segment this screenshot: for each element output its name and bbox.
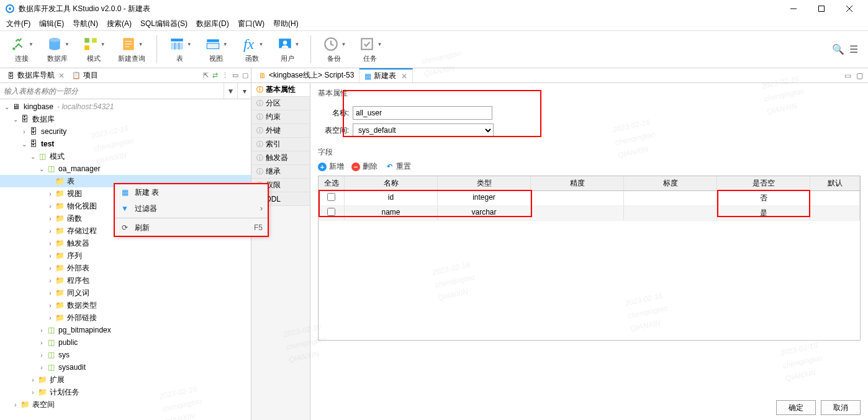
row-checkbox[interactable] [327,193,335,201]
tree-foreign-tables[interactable]: ›📁外部表 [0,262,251,274]
filter-button[interactable]: ▼ [224,83,237,99]
prop-tab-trigger[interactable]: ⓘ触发器 [251,151,310,165]
close-button[interactable] [835,0,863,17]
folder-icon: 📁 [55,189,65,199]
menu-help[interactable]: 帮助(H) [269,17,302,30]
tool-backup[interactable]: ▼备份 [317,34,351,65]
minimize-editor-icon[interactable]: ▭ [844,71,851,80]
tool-connect[interactable]: ▼连接 [5,34,38,65]
tab-script[interactable]: 🗎<kingbase线上> Script-53 [254,68,359,83]
col-nullable[interactable]: 是否空 [717,176,810,190]
prop-tab-inherit[interactable]: ⓘ继承 [251,165,310,179]
tool-user[interactable]: ▼用户 [271,34,305,65]
tree-schema-sysaudit[interactable]: ›◫sysaudit [0,361,251,373]
query-icon [120,35,137,53]
cm-new-table[interactable]: ▦新建 表 [115,184,268,200]
select-tablespace[interactable]: sys_default [353,123,494,137]
tab-new-table[interactable]: ▦新建表✕ [359,68,413,83]
folder-icon: 📁 [55,251,65,261]
tree-synonyms[interactable]: ›📁同义词 [0,287,251,299]
info-icon: ⓘ [256,167,263,176]
folder-icon: 📁 [55,288,65,298]
maximize-editor-icon[interactable]: ▢ [856,71,863,80]
tree-packages[interactable]: ›📁程序包 [0,274,251,287]
menu-window[interactable]: 窗口(W) [234,17,268,30]
col-precision[interactable]: 精度 [531,176,624,190]
filter-dropdown[interactable]: ▾ [237,83,251,99]
btn-add-field[interactable]: +新增 [318,161,344,172]
tree-schema-pgbitmap[interactable]: ›◫pg_bitmapindex [0,324,251,336]
tree-foreign-links[interactable]: ›📁外部链接 [0,311,251,324]
col-scale[interactable]: 标度 [624,176,717,190]
menu-database[interactable]: 数据库(D) [192,17,233,30]
tree-databases[interactable]: ⌄🗄数据库 [0,113,251,125]
menu-search[interactable]: 搜索(A) [103,17,135,30]
prop-tab-index[interactable]: ⓘ索引 [251,138,310,151]
tree-schema-oamanager[interactable]: ⌄◫oa_manager [0,163,251,175]
tree-sequences[interactable]: ›📁序列 [0,249,251,262]
btn-reset-field[interactable]: ↶重置 [385,161,411,172]
maximize-button[interactable] [807,0,835,17]
tool-schema[interactable]: ▼模式 [77,34,111,65]
menu-nav[interactable]: 导航(N) [69,17,102,30]
cm-refresh[interactable]: ⟳刷新F5 [115,220,268,236]
tab-project[interactable]: 📋项目 [68,69,102,82]
cancel-button[interactable]: 取消 [821,400,861,415]
minimize-panel-icon[interactable]: ▭ [232,71,238,79]
ok-button[interactable]: 确定 [776,400,816,415]
close-icon[interactable]: ✕ [58,71,65,80]
tool-newquery[interactable]: ▼新建查询 [113,34,150,65]
tool-database[interactable]: ▼数据库 [41,34,75,65]
prop-tab-basic[interactable]: ⓘ基本属性 [251,83,310,97]
tree-db-test[interactable]: ⌄🗄test [0,138,251,150]
tree-connection[interactable]: ⌄🖥kingbase- localhost:54321 [0,101,251,113]
tab-db-nav[interactable]: 🗄数据库导航✕ [2,69,68,82]
menu-icon[interactable]: ⋮ [222,71,228,79]
filter-input[interactable] [0,83,224,99]
tool-view[interactable]: ▼视图 [199,34,233,65]
tree-extensions[interactable]: ›📁扩展 [0,373,251,386]
tree-scheduled-tasks[interactable]: ›📁计划任务 [0,386,251,398]
menu-sqleditor[interactable]: SQL编辑器(S) [137,17,191,30]
collapse-icon[interactable]: ⇱ [203,71,209,79]
tool-table[interactable]: ▼表 [163,34,197,65]
col-default[interactable]: 默认 [810,176,860,190]
tree-schema-sys[interactable]: ›◫sys [0,349,251,361]
table-row[interactable]: name varchar 是 [319,206,860,221]
svg-point-23 [283,41,287,45]
tree-datatypes[interactable]: ›📁数据类型 [0,299,251,311]
chevron-down-icon: ▼ [65,42,70,47]
btn-delete-field[interactable]: −删除 [351,161,377,172]
prop-tab-constraint[interactable]: ⓘ约束 [251,110,310,124]
col-type[interactable]: 类型 [438,176,531,190]
tool-function[interactable]: fx▼函数 [235,34,269,65]
tree-db-security[interactable]: ›🗄security [0,125,251,138]
info-icon: ⓘ [256,126,263,135]
input-table-name[interactable] [353,106,492,120]
menu-file[interactable]: 文件(F) [2,17,34,30]
svg-rect-3 [818,6,824,12]
row-checkbox[interactable] [327,208,335,216]
prop-tab-partition[interactable]: ⓘ分区 [251,97,310,110]
cm-filter[interactable]: ▼过滤器› [115,200,268,217]
tree-tablespaces[interactable]: ›📁表空间 [0,398,251,411]
close-icon[interactable]: ✕ [401,72,407,81]
tree-triggers[interactable]: ›📁触发器 [0,237,251,249]
tool-task[interactable]: ▼任务 [353,34,387,65]
table-row[interactable]: id integer 否 [319,191,860,206]
panel-toggle-icon[interactable]: ☰ [849,43,858,55]
toolbar: ▼连接 ▼数据库 ▼模式 ▼新建查询 ▼表 ▼视图 fx▼函数 ▼用户 ▼备份 … [0,31,868,68]
col-name[interactable]: 名称 [345,176,438,190]
svg-point-8 [49,38,60,42]
link-icon[interactable]: ⇄ [212,71,218,79]
col-select[interactable]: 全选 [319,176,345,190]
schema-icon: ◫ [46,350,56,360]
search-icon[interactable]: 🔍 [832,43,844,55]
database-icon: 🗄 [29,139,38,149]
menu-edit[interactable]: 编辑(E) [35,17,68,30]
tree-schema-public[interactable]: ›◫public [0,336,251,349]
minimize-button[interactable] [779,0,807,17]
close-panel-icon[interactable]: ▢ [242,71,248,79]
tree-schemas[interactable]: ⌄◫模式 [0,150,251,163]
prop-tab-fk[interactable]: ⓘ外键 [251,124,310,138]
